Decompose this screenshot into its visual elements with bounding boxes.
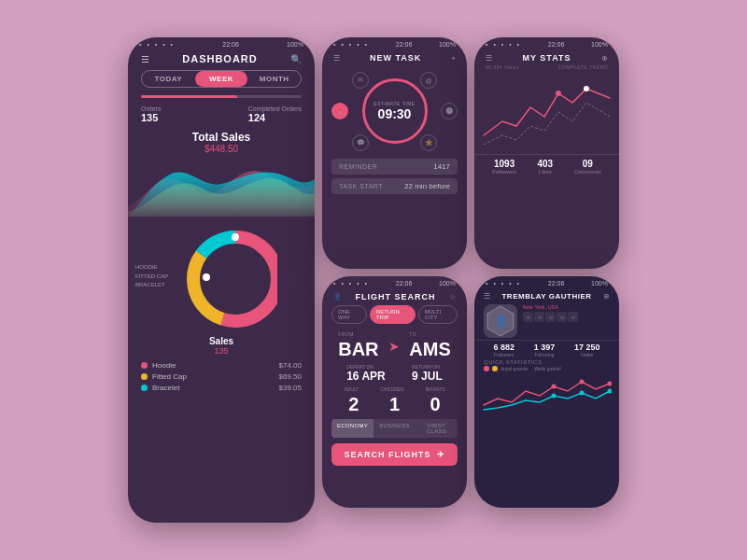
task-start-value: 22 min before [404,182,450,190]
pax-labels: ADULT CHILDREN INFANTS [322,386,467,394]
legend-item-bracelet: Bracelet $39.05 [141,384,302,392]
from-label: FROM [338,331,378,337]
flight-title: FLIGHT SEARCH [342,292,449,301]
orders-block: Orders 135 [141,105,161,123]
likes-count: 403 [537,159,553,169]
reminder-value: 1417 [433,162,450,171]
search-flights-button[interactable]: SEARCH FLIGHTS ✈ [331,443,458,466]
hoodie-dot [141,362,148,369]
page-title: DASHBOARD [149,53,290,64]
flight-route: FROM BAR ➤ TO AMS [322,329,467,364]
task-status-bar: • • • • • 22:06 100% [322,37,467,51]
sales-label: Sales [128,336,315,346]
progress-bar [141,95,302,98]
sales-section: Sales 135 [128,336,315,356]
tab-month[interactable]: MONTH [247,71,301,87]
task-icon-bottom-left[interactable]: 💬 [352,134,369,151]
profile-signal: • • • • • [486,280,521,287]
task-icon-top-left[interactable]: ✉ [352,72,369,89]
search-flights-icon: ✈ [437,450,445,459]
task-icon-bottom-right[interactable]: ⭐ [420,134,437,151]
bracelet-dot [141,385,148,391]
msg-icon-2[interactable]: ✉ [534,312,544,322]
stats-signal: • • • • • [486,41,521,48]
fitted-name: Fitted Cap [152,372,279,381]
tab-multi[interactable]: MULTI CITY [418,305,458,324]
followers-block: 1093 Followers [492,159,516,175]
stats-header: ☰ MY STATS ⊕ [474,51,619,64]
tab-first[interactable]: FIRST CLASS [416,419,458,438]
reminder-row: REMINDER 1417 [331,159,458,175]
profile-info: New York, USA ✉ ✉ ✉ ✉ ✉ [523,304,610,338]
flight-time-display: 22:06 [396,280,413,287]
wave-chart [128,156,315,217]
origin-code: BAR [338,339,378,360]
pstat-followers: 6 882 Followers [493,343,514,357]
period-tabs[interactable]: TODAY WEEK MONTH [141,70,302,88]
stats-phone: • • • • • 22:06 100% ☰ MY STATS ⊕ 60.054… [474,37,619,269]
task-title: NEW TASK [340,53,451,63]
flight-star-icon[interactable]: ☆ [449,293,456,301]
stats-time: 22:06 [548,41,565,48]
tab-economy[interactable]: ECONOMY [331,419,374,438]
class-tabs[interactable]: ECONOMY BUSINESS FIRST CLASS [331,419,458,438]
bracelet-price: $39.05 [279,384,302,392]
trip-tabs[interactable]: ONE WAY RETURN TRIP MULTI CITY [331,305,458,324]
avatar-hex: 👤 [484,304,517,338]
stats-menu-icon[interactable]: ☰ [486,54,492,63]
legend-item-fitted: Fitted Cap $69.50 [141,372,302,381]
pstat-following-val: 1 397 [534,343,556,352]
tab-today[interactable]: TODAY [142,71,195,87]
dash-header: ☰ DASHBOARD 🔍 [128,51,315,70]
task-menu-icon[interactable]: ☰ [333,54,340,63]
task-icon-top-right[interactable]: @ [420,72,437,89]
stats-chart [474,70,619,154]
flight-header: 👤 FLIGHT SEARCH ☆ [322,290,467,305]
hoodie-name: Hoodie [152,361,279,370]
tab-business[interactable]: BUSINESS [374,419,416,438]
children-label: CHILDREN [380,386,404,392]
stats-add-icon[interactable]: ⊕ [601,54,608,63]
tab-oneway[interactable]: ONE WAY [331,305,367,324]
flight-user-icon[interactable]: 👤 [333,293,342,301]
svg-point-6 [556,91,561,96]
progress-fill [141,95,237,98]
pstat-following: 1 397 Following [534,343,556,357]
quick-stats-label: QUICK STATISTICS [474,359,619,366]
new-task-phone: • • • • • 22:06 100% ☰ NEW TASK + ✉ @ 📍 … [322,37,467,269]
to-label: TO [409,331,450,337]
menu-icon[interactable]: ☰ [141,54,149,64]
search-icon[interactable]: 🔍 [290,54,302,64]
msg-icon-3[interactable]: ✉ [545,312,556,322]
total-sales-value: $448.50 [128,144,315,154]
msg-icon-1[interactable]: ✉ [523,312,533,322]
svg-point-3 [232,233,239,241]
orders-row: Orders 135 Completed Orders 124 [128,105,315,127]
adult-count: 2 [335,394,373,415]
fitted-dot [141,373,148,380]
profile-header: ☰ TREMBLAY GAUTHIER ⊕ [474,290,619,302]
profile-battery: 100% [591,280,608,287]
donut-label-hoodie: HOODIE [135,263,168,273]
msg-icon-5[interactable]: ✉ [568,312,578,322]
flight-status-bar: • • • • • 22:06 100% [322,276,467,290]
fitted-price: $69.50 [279,372,302,381]
task-icon-right[interactable]: 🕐 [441,103,458,119]
profile-add-icon[interactable]: ⊕ [603,292,610,301]
profile-menu-icon[interactable]: ☰ [484,292,490,301]
legend-item-hoodie: Hoodie $74.00 [141,361,302,370]
task-add-icon[interactable]: + [451,54,456,63]
total-sales-block: Total Sales $448.50 [128,131,315,154]
tab-return[interactable]: RETURN TRIP [370,305,416,324]
tab-week[interactable]: WEEK [195,71,248,87]
task-details: REMINDER 1417 TASK START 22 min before [331,159,458,194]
svg-point-12 [608,382,613,386]
task-icon-left[interactable]: 📍 [331,103,348,119]
completed-label: Completed Orders [248,105,302,112]
svg-point-10 [552,385,557,389]
donut-label-bracelet: BRACELET [135,281,168,290]
pstat-notes-val: 17 250 [574,343,600,352]
msg-icon-4[interactable]: ✉ [557,312,567,322]
followers-label: Followers [492,169,516,175]
destination-code: AMS [409,339,450,360]
